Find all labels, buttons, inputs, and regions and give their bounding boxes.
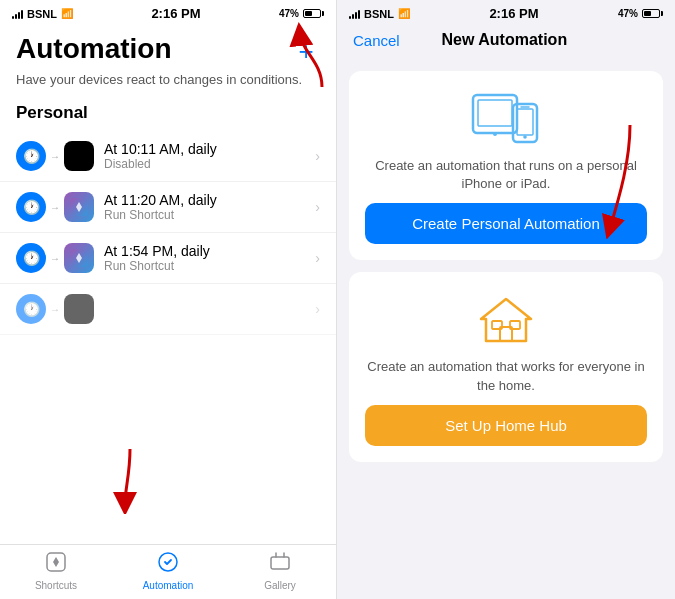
home-card-description: Create an automation that works for ever… <box>365 358 647 394</box>
svg-point-16 <box>523 135 527 139</box>
arrow-icon: → <box>50 202 60 213</box>
shortcuts-tab-label: Shortcuts <box>35 580 77 591</box>
tab-shortcuts[interactable]: Shortcuts <box>0 551 112 591</box>
right-status-bar: BSNL 📶 2:16 PM 47% <box>337 0 675 25</box>
app-logo2 <box>70 300 88 318</box>
item-title: At 10:11 AM, daily <box>104 141 305 157</box>
personal-card-description: Create an automation that runs on a pers… <box>365 157 647 193</box>
arrow-icon: → <box>50 253 60 264</box>
r-carrier-label: BSNL <box>364 8 394 20</box>
arrow-icon: → <box>50 151 60 162</box>
automation-cards: Create an automation that runs on a pers… <box>337 59 675 599</box>
home-automation-card: Create an automation that works for ever… <box>349 272 663 461</box>
item-title: At 1:54 PM, daily <box>104 243 305 259</box>
gallery-tab-icon <box>269 551 291 578</box>
chevron-icon: › <box>315 199 320 215</box>
right-nav: Cancel New Automation <box>337 25 675 59</box>
list-item[interactable]: 🕐 → At 11:20 AM, daily Run Shortcut › <box>0 182 336 233</box>
app-icon <box>64 294 94 324</box>
shortcuts-logo2 <box>70 249 88 267</box>
create-personal-automation-button[interactable]: Create Personal Automation <box>365 203 647 244</box>
page-title: Automation <box>16 33 172 65</box>
list-item[interactable]: 🕐 → At 10:11 AM, daily Disabled › <box>0 131 336 182</box>
r-time-label: 2:16 PM <box>489 6 538 21</box>
r-status-right: 47% <box>618 8 663 19</box>
item-icons: 🕐 → <box>16 141 94 171</box>
setup-home-hub-button[interactable]: Set Up Home Hub <box>365 405 647 446</box>
r-battery-icon <box>642 9 663 18</box>
add-automation-button[interactable]: + <box>292 37 320 65</box>
time-label: 2:16 PM <box>151 6 200 21</box>
plus-icon: + <box>298 38 313 64</box>
chevron-icon: › <box>315 250 320 266</box>
svg-point-13 <box>493 132 497 136</box>
carrier-label: BSNL <box>27 8 57 20</box>
app-logo <box>70 147 88 165</box>
r-signal-bars-icon <box>349 9 360 19</box>
item-subtitle: Disabled <box>104 157 305 171</box>
right-panel: BSNL 📶 2:16 PM 47% Cancel New Automation <box>337 0 675 599</box>
r-wifi-icon: 📶 <box>398 8 410 19</box>
svg-rect-3 <box>70 300 88 318</box>
item-text: At 11:20 AM, daily Run Shortcut <box>104 192 305 222</box>
personal-automation-card: Create an automation that runs on a pers… <box>349 71 663 260</box>
item-text: At 10:11 AM, daily Disabled <box>104 141 305 171</box>
shortcuts-icon <box>64 243 94 273</box>
list-item[interactable]: 🕐 → At 1:54 PM, daily Run Shortcut › <box>0 233 336 284</box>
svg-rect-0 <box>70 147 88 165</box>
r-battery-percent: 47% <box>618 8 638 19</box>
automation-tab-label: Automation <box>143 580 194 591</box>
gallery-tab-label: Gallery <box>264 580 296 591</box>
item-subtitle: Run Shortcut <box>104 259 305 273</box>
svg-rect-12 <box>478 100 512 126</box>
signal-bars-icon <box>12 9 23 19</box>
house-icon <box>471 288 541 348</box>
left-status-bar: BSNL 📶 2:16 PM 47% <box>0 0 336 25</box>
tab-gallery[interactable]: Gallery <box>224 551 336 591</box>
left-header: Automation + <box>0 25 336 69</box>
item-icons: 🕐 → <box>16 192 94 222</box>
nav-title: New Automation <box>442 31 568 49</box>
arrow-icon: → <box>50 304 60 315</box>
devices-icon <box>471 87 541 147</box>
shortcuts-logo <box>70 198 88 216</box>
cancel-button[interactable]: Cancel <box>353 32 400 49</box>
svg-rect-15 <box>517 109 533 135</box>
trigger-icon: 🕐 <box>16 141 46 171</box>
home-icon <box>476 291 536 346</box>
list-item[interactable]: 🕐 → › <box>0 284 336 335</box>
trigger-icon: 🕐 <box>16 294 46 324</box>
tab-automation[interactable]: Automation <box>112 551 224 591</box>
trigger-icon: 🕐 <box>16 192 46 222</box>
status-left: BSNL 📶 <box>12 8 73 20</box>
item-icons: 🕐 → <box>16 243 94 273</box>
chevron-icon: › <box>315 148 320 164</box>
wifi-icon: 📶 <box>61 8 73 19</box>
r-status-left: BSNL 📶 <box>349 8 410 20</box>
app-icon <box>64 141 94 171</box>
left-panel: BSNL 📶 2:16 PM 47% Automation + Have you… <box>0 0 337 599</box>
chevron-icon: › <box>315 301 320 317</box>
svg-rect-6 <box>271 557 289 569</box>
trigger-icon: 🕐 <box>16 243 46 273</box>
tab-bar: Shortcuts Automation Gallery <box>0 544 336 599</box>
battery-percent: 47% <box>279 8 299 19</box>
item-icons: 🕐 → <box>16 294 94 324</box>
automation-tab-icon <box>157 551 179 578</box>
shortcuts-icon <box>64 192 94 222</box>
automation-list: 🕐 → At 10:11 AM, daily Disabled › 🕐 → <box>0 131 336 544</box>
iphone-ipad-icon <box>471 90 541 145</box>
section-label: Personal <box>0 99 336 131</box>
status-right: 47% <box>279 8 324 19</box>
item-subtitle: Run Shortcut <box>104 208 305 222</box>
subtitle-text: Have your devices react to changes in co… <box>0 69 336 99</box>
item-text: At 1:54 PM, daily Run Shortcut <box>104 243 305 273</box>
shortcuts-tab-icon <box>45 551 67 578</box>
battery-icon <box>303 9 324 18</box>
item-title: At 11:20 AM, daily <box>104 192 305 208</box>
